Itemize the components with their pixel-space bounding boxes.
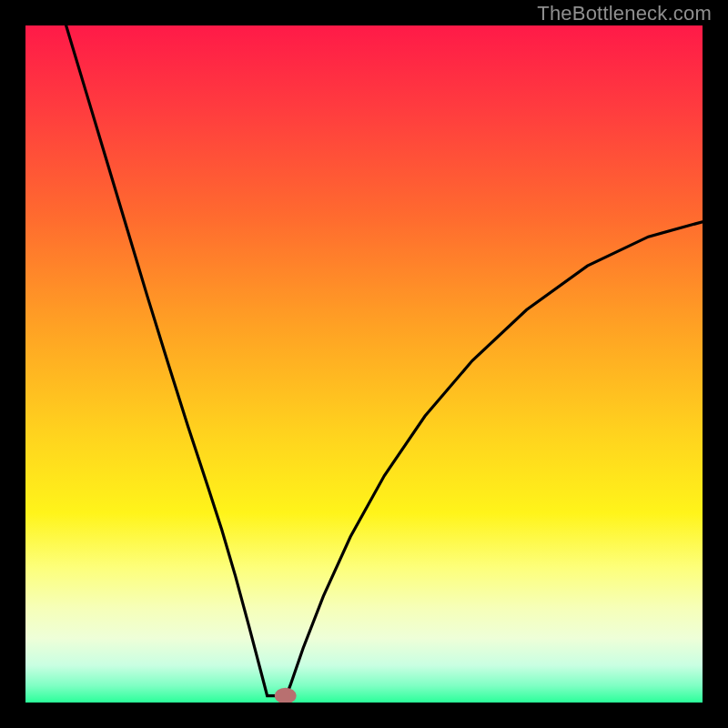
chart-container: TheBottleneck.com	[0, 0, 728, 728]
watermark-text: TheBottleneck.com	[537, 2, 712, 25]
plot-area	[25, 25, 703, 703]
gradient-background	[25, 25, 703, 703]
plot-svg	[25, 25, 703, 703]
